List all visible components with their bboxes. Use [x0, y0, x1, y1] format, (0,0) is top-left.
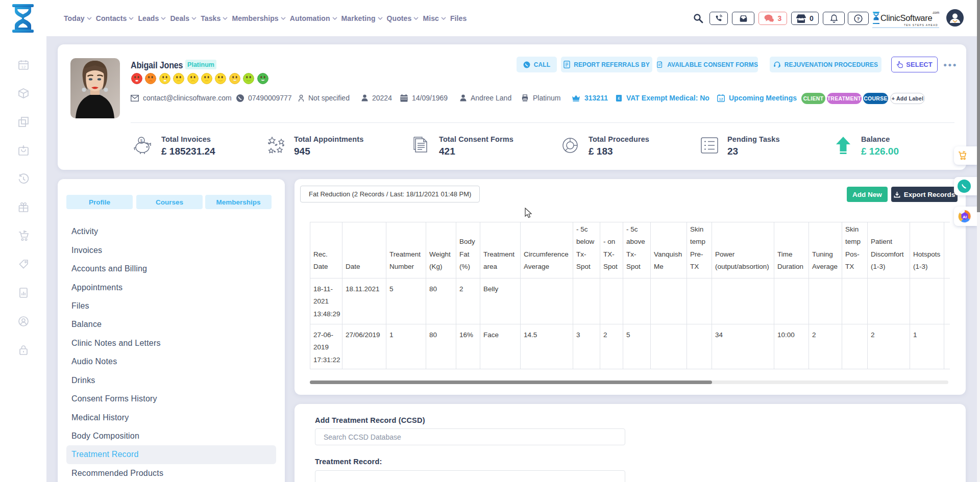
svg-text:$: $ [140, 138, 143, 143]
svg-text:ClinicSoftware: ClinicSoftware [880, 13, 932, 22]
svg-text:.com: .com [932, 11, 939, 14]
svg-text:?: ? [857, 15, 860, 21]
svg-text:AI: AI [963, 215, 967, 219]
svg-text:TEN STEPS AHEAD: TEN STEPS AHEAD [904, 23, 938, 27]
svg-text:12: 12 [719, 97, 723, 101]
svg-text:12: 12 [21, 65, 26, 69]
